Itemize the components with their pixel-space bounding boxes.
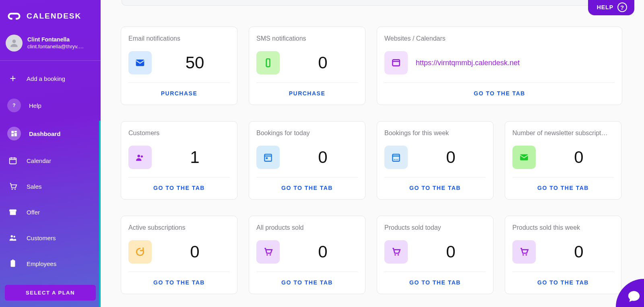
- card-value: 0: [544, 242, 614, 262]
- sidebar-item-label: Customers: [27, 235, 56, 241]
- user-name: Clint Fontanella: [27, 36, 84, 43]
- stats-row-3: Active subscriptions 0 GO TO THE TAB All…: [121, 216, 630, 294]
- card-title: All products sold: [256, 224, 358, 231]
- card-body: 0: [384, 231, 486, 272]
- select-plan-button[interactable]: SELECT A PLAN: [5, 285, 96, 301]
- mail-icon: [512, 146, 536, 169]
- mail-icon: [128, 51, 152, 74]
- card-title: Bookings for today: [256, 130, 358, 137]
- cart-icon: [256, 240, 280, 264]
- calendar-today-icon: [256, 146, 280, 169]
- card-title: Number of newsletter subscript…: [512, 130, 614, 137]
- help-icon: ?: [7, 99, 21, 112]
- card-body: 0: [128, 231, 230, 272]
- card-value: 0: [544, 148, 614, 167]
- dashboard-icon: [7, 127, 21, 140]
- svg-rect-5: [11, 134, 14, 136]
- user-row[interactable]: Clint Fontanella clint.fontanella@thryv.…: [0, 31, 101, 59]
- user-email: clint.fontanella@thryv.…: [27, 43, 84, 50]
- sidebar-item-help[interactable]: ? Help: [0, 91, 101, 120]
- svg-point-24: [394, 254, 396, 255]
- card-body: 0: [512, 137, 614, 177]
- sidebar-item-add-booking[interactable]: Add a booking: [0, 66, 101, 91]
- go-to-tab-button[interactable]: GO TO THE TAB: [512, 177, 614, 199]
- calendar-week-icon: [384, 146, 408, 169]
- stats-row-1: Email notifications 50 PURCHASE SMS noti…: [121, 27, 630, 105]
- nav: Add a booking ? Help Dashboard Calendar …: [0, 64, 101, 276]
- brand: CALENDESK: [0, 0, 101, 31]
- card-title: Products sold this week: [512, 224, 614, 231]
- card-value: 0: [288, 53, 358, 72]
- top-banner-collapsed: [122, 0, 629, 6]
- sidebar: CALENDESK Clint Fontanella clint.fontane…: [0, 0, 101, 307]
- svg-rect-15: [392, 60, 399, 66]
- svg-rect-18: [264, 154, 271, 161]
- website-url-link[interactable]: https://virntqmmbj.calendesk.net: [416, 59, 520, 67]
- svg-rect-2: [11, 131, 14, 133]
- sidebar-item-sales[interactable]: Sales: [0, 173, 101, 199]
- svg-point-10: [13, 236, 15, 237]
- help-pill[interactable]: HELP ?: [588, 0, 634, 15]
- go-to-tab-button[interactable]: GO TO THE TAB: [256, 177, 358, 199]
- sidebar-item-customers[interactable]: Customers: [0, 225, 101, 251]
- cart-icon: [384, 240, 408, 264]
- svg-point-0: [12, 39, 16, 43]
- sidebar-item-label: Calendar: [27, 157, 51, 164]
- card-bookings-week: Bookings for this week 0 GO TO THE TAB: [377, 121, 493, 200]
- plus-icon: [7, 73, 19, 84]
- go-to-tab-button[interactable]: GO TO THE TAB: [384, 272, 486, 294]
- sidebar-item-dashboard[interactable]: Dashboard: [0, 120, 101, 148]
- card-title: Products sold today: [384, 224, 486, 231]
- card-all-products: All products sold 0 GO TO THE TAB: [249, 216, 365, 294]
- svg-point-7: [12, 189, 13, 190]
- card-body: 1: [128, 137, 230, 177]
- sidebar-item-calendar[interactable]: Calendar: [0, 148, 101, 173]
- card-customers: Customers 1 GO TO THE TAB: [121, 121, 237, 200]
- go-to-tab-button[interactable]: GO TO THE TAB: [128, 177, 230, 199]
- card-value: 0: [160, 242, 230, 262]
- card-value: 0: [416, 148, 486, 167]
- card-value: 0: [416, 242, 486, 262]
- purchase-button[interactable]: PURCHASE: [256, 83, 358, 105]
- card-title: Websites / Calendars: [384, 35, 615, 42]
- svg-point-27: [526, 254, 527, 255]
- card-products-week: Products sold this week 0 GO TO THE TAB: [505, 216, 621, 294]
- calendar-icon: [7, 155, 19, 166]
- sidebar-item-label: Offer: [27, 209, 40, 216]
- svg-rect-14: [266, 59, 270, 67]
- svg-rect-19: [266, 157, 268, 159]
- svg-rect-6: [10, 158, 17, 164]
- card-body: 0: [512, 231, 614, 272]
- card-active-subscriptions: Active subscriptions 0 GO TO THE TAB: [121, 216, 237, 294]
- people-icon: [128, 146, 152, 169]
- svg-rect-3: [14, 131, 17, 132]
- card-title: Active subscriptions: [128, 224, 230, 231]
- sidebar-item-label: Dashboard: [29, 130, 60, 137]
- sidebar-item-offer[interactable]: Offer: [0, 199, 101, 225]
- card-body: 0: [256, 231, 358, 272]
- card-value: 50: [160, 53, 230, 72]
- stats-row-2: Customers 1 GO TO THE TAB Bookings for t…: [121, 121, 630, 200]
- store-icon: [7, 206, 19, 218]
- avatar: [6, 35, 23, 52]
- refresh-icon: [128, 240, 152, 264]
- brand-name: CALENDESK: [27, 12, 81, 21]
- cart-icon: [7, 181, 19, 192]
- svg-text:?: ?: [12, 103, 15, 108]
- go-to-tab-button[interactable]: GO TO THE TAB: [256, 272, 358, 294]
- card-value: 1: [160, 148, 230, 167]
- card-title: Customers: [128, 130, 230, 137]
- go-to-tab-button[interactable]: GO TO THE TAB: [512, 272, 614, 294]
- purchase-button[interactable]: PURCHASE: [128, 83, 230, 105]
- card-body: 0: [384, 137, 486, 177]
- go-to-tab-button[interactable]: GO TO THE TAB: [384, 177, 486, 199]
- card-products-today: Products sold today 0 GO TO THE TAB: [377, 216, 493, 294]
- go-to-tab-button[interactable]: GO TO THE TAB: [384, 83, 615, 105]
- phone-icon: [256, 51, 280, 74]
- card-title: Email notifications: [128, 35, 230, 42]
- svg-rect-11: [11, 260, 15, 267]
- sidebar-item-employees[interactable]: Employees: [0, 251, 101, 276]
- people-icon: [7, 232, 19, 243]
- go-to-tab-button[interactable]: GO TO THE TAB: [128, 272, 230, 294]
- svg-rect-20: [392, 154, 399, 161]
